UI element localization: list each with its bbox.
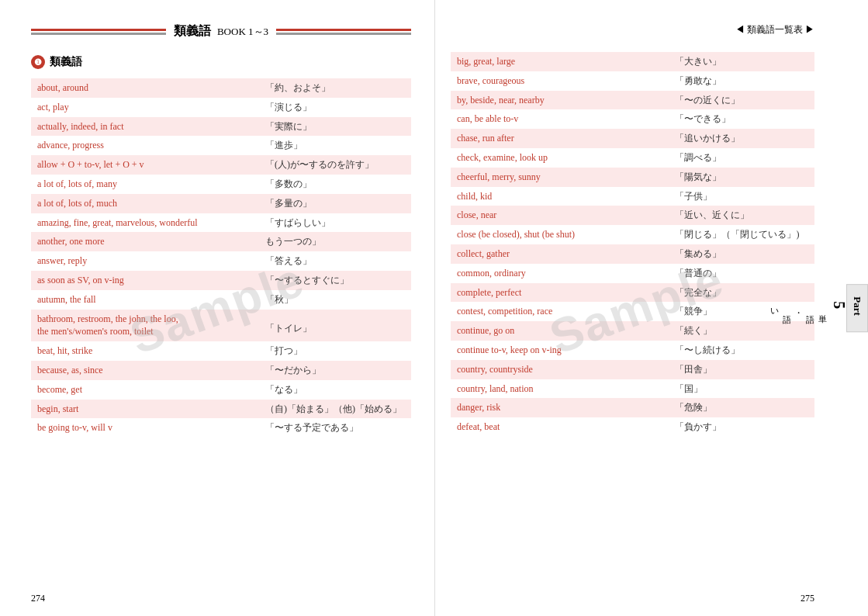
vocab-english: be going to-v, will v (31, 418, 259, 438)
right-vocab-row: chase, run after「追いかける」 (451, 129, 814, 148)
right-vocab-row: close (be closed), shut (be shut)「閉じる」（「… (451, 225, 814, 244)
vocab-japanese: （自)「始まる」（他)「始める」 (259, 400, 411, 419)
right-vocab-row: contest, competition, race「競争」 (451, 302, 814, 321)
vocab-japanese: 「追いかける」 (669, 129, 814, 148)
header-decoration-left (31, 27, 166, 36)
vocab-english: actually, indeed, in fact (31, 117, 259, 137)
left-vocab-row: because, as, since「〜だから」 (31, 361, 411, 380)
vocab-japanese: 「陽気な」 (669, 168, 814, 187)
vocab-japanese: 「閉じる」（「閉じている」) (669, 225, 814, 244)
left-vocab-row: a lot of, lots of, many「多数の」 (31, 175, 411, 194)
left-page: 類義語 BOOK 1～3 ❶ 類義語 about, around「約、およそ」a… (0, 0, 434, 616)
left-vocab-row: be going to-v, will v「〜する予定である」 (31, 418, 411, 438)
vocab-japanese: 「田舎」 (669, 360, 814, 379)
vocab-english: amazing, fine, great, marvelous, wonderf… (31, 213, 259, 233)
vocab-japanese: 「トイレ」 (259, 313, 411, 338)
vocab-english: by, beside, near, nearby (451, 91, 669, 110)
vocab-japanese: 「〜の近くに」 (669, 91, 814, 110)
side-tab-label: 単語・語い (770, 303, 780, 313)
header-subtitle: BOOK 1～3 (217, 25, 268, 39)
vocab-english: defeat, beat (451, 417, 669, 437)
left-vocab-row: act, play「演じる」 (31, 98, 411, 117)
right-vocab-row: close, near「近い、近くに」 (451, 206, 814, 225)
vocab-japanese: 「答える」 (259, 251, 411, 271)
vocab-japanese: 「多数の」 (259, 175, 411, 194)
vocab-japanese: 「集める」 (669, 244, 814, 264)
right-vocab-row: can, be able to-v「〜できる」 (451, 109, 814, 129)
right-vocab-row: common, ordinary「普通の」 (451, 264, 814, 283)
vocab-english: close, near (451, 206, 669, 225)
right-vocab-row: cheerful, merry, sunny「陽気な」 (451, 168, 814, 187)
vocab-english: country, countryside (451, 360, 669, 379)
section-label: 類義語 (50, 55, 82, 69)
section-number: ❶ (31, 55, 45, 69)
right-vocab-row: defeat, beat「負かす」 (451, 417, 814, 437)
header-decoration-right (276, 27, 411, 36)
vocab-english: because, as, since (31, 361, 259, 380)
vocab-japanese: もう一つの」 (259, 232, 411, 251)
vocab-english: allow + O + to-v, let + O + v (31, 155, 259, 175)
header-title: 類義語 (174, 23, 211, 40)
section-heading: ❶ 類義語 (31, 55, 411, 69)
vocab-japanese: 「子供」 (669, 187, 814, 206)
vocab-english: act, play (31, 98, 259, 117)
vocab-english: close (be closed), shut (be shut) (451, 225, 669, 244)
vocab-japanese: 「危険」 (669, 398, 814, 417)
right-vocab-row: country, countryside「田舎」 (451, 360, 814, 379)
vocab-japanese: 「実際に」 (259, 117, 411, 137)
vocab-japanese: 「多量の」 (259, 194, 411, 213)
vocab-english: brave, courageous (451, 71, 669, 91)
vocab-english: cheerful, merry, sunny (451, 168, 669, 187)
page-number-left: 274 (31, 593, 45, 604)
vocab-english: common, ordinary (451, 264, 669, 283)
vocab-english: big, great, large (451, 52, 669, 71)
left-vocab-table: about, around「約、およそ」act, play「演じる」actual… (31, 78, 411, 438)
vocab-japanese: 「調べる」 (669, 148, 814, 168)
vocab-japanese: 「演じる」 (259, 98, 411, 117)
right-vocab-table: big, great, large「大きい」brave, courageous「… (451, 52, 814, 437)
right-vocab-row: continue to-v, keep on v-ing「〜し続ける」 (451, 341, 814, 360)
vocab-japanese: 「普通の」 (669, 264, 814, 283)
vocab-japanese: 「負かす」 (669, 417, 814, 437)
side-tab: Part 5 単語・語い (846, 284, 868, 332)
vocab-english: become, get (31, 380, 259, 400)
left-vocab-row: as soon as SV, on v-ing「〜するとすぐに」 (31, 271, 411, 290)
left-vocab-row: allow + O + to-v, let + O + v「(人)が〜するのを許… (31, 155, 411, 175)
left-vocab-row: a lot of, lots of, much「多量の」 (31, 194, 411, 213)
vocab-japanese: 「〜だから」 (259, 361, 411, 380)
left-vocab-row: bathroom, restroom, the john, the loo,th… (31, 310, 411, 342)
right-page-nav: ◀ 類義語一覧表 ▶ (451, 23, 814, 36)
page-header: 類義語 BOOK 1～3 (31, 23, 411, 40)
left-vocab-row: beat, hit, strike「打つ」 (31, 341, 411, 361)
vocab-japanese: 「〜できる」 (669, 109, 814, 129)
right-vocab-row: collect, gather「集める」 (451, 244, 814, 264)
vocab-english: check, examine, look up (451, 148, 669, 168)
right-vocab-row: complete, perfect「完全な」 (451, 283, 814, 303)
vocab-japanese: 「勇敢な」 (669, 71, 814, 91)
vocab-japanese: 「国」 (669, 379, 814, 399)
vocab-english: begin, start (31, 400, 259, 419)
left-vocab-row: about, around「約、およそ」 (31, 78, 411, 98)
left-vocab-row: advance, progress「進歩」 (31, 136, 411, 155)
vocab-english: chase, run after (451, 129, 669, 148)
right-vocab-row: check, examine, look up「調べる」 (451, 148, 814, 168)
vocab-english: continue, go on (451, 321, 669, 341)
vocab-english: autumn, the fall (31, 290, 259, 310)
vocab-japanese: 「進歩」 (259, 136, 411, 155)
right-vocab-row: country, land, nation「国」 (451, 379, 814, 399)
right-vocab-row: by, beside, near, nearby「〜の近くに」 (451, 91, 814, 110)
vocab-english: complete, perfect (451, 283, 669, 303)
left-vocab-row: answer, reply「答える」 (31, 251, 411, 271)
side-tab-part: Part (850, 296, 864, 316)
page-container: 類義語 BOOK 1～3 ❶ 類義語 about, around「約、およそ」a… (0, 0, 868, 616)
left-vocab-row: another, one moreもう一つの」 (31, 232, 411, 251)
vocab-japanese: 「大きい」 (669, 52, 814, 71)
vocab-english: child, kid (451, 187, 669, 206)
vocab-english: collect, gather (451, 244, 669, 264)
vocab-japanese: 「なる」 (259, 380, 411, 400)
right-nav-text: ◀ 類義語一覧表 ▶ (735, 23, 814, 36)
vocab-english: contest, competition, race (451, 302, 669, 321)
right-vocab-row: danger, risk「危険」 (451, 398, 814, 417)
left-vocab-row: become, get「なる」 (31, 380, 411, 400)
vocab-japanese: 「近い、近くに」 (669, 206, 814, 225)
